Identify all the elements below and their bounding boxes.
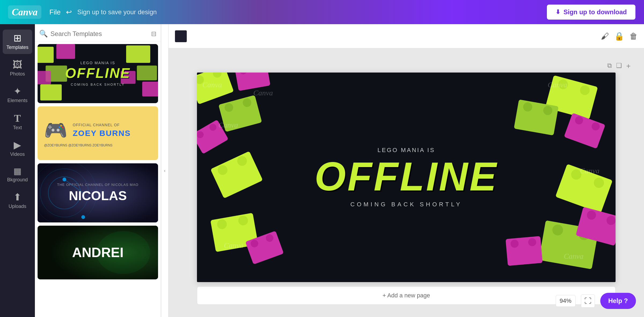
template-card-andrei[interactable]: ANDREI <box>38 226 158 279</box>
svg-rect-2 <box>126 45 150 63</box>
controller-icon: 🎮 <box>44 119 67 141</box>
canvas-frame-area: ⧉ ❑ + <box>177 62 636 305</box>
card2-title: ZOEY BURNS <box>73 129 131 138</box>
canvas-main-title: OFFLINE <box>314 156 498 197</box>
svg-rect-3 <box>137 66 157 80</box>
text-icon: T <box>14 113 21 123</box>
sidebar-item-background[interactable]: ▦ Bkground <box>3 163 32 186</box>
sidebar-item-videos[interactable]: ▶ Videos <box>3 136 32 161</box>
templates-scroll: LEGO MANIA IS OFFLINE COMING BACK SHORTL… <box>35 41 161 317</box>
sidebar-item-photos[interactable]: 🖼 Photos <box>3 56 32 81</box>
photos-icon: 🖼 <box>13 60 22 70</box>
templates-icon: ⊞ <box>13 33 21 43</box>
background-icon: ▦ <box>13 167 21 175</box>
template-card-zoey[interactable]: 🎮 OFFICIAL CHANNEL OF ZOEY BURNS @ZOEYBU… <box>38 106 158 160</box>
sidebar-item-text[interactable]: T Text <box>3 109 32 134</box>
sidebar-photos-label: Photos <box>10 71 25 77</box>
canvas-area: 🖌 🔒 🗑 ⧉ ❑ + <box>169 24 644 317</box>
topbar: Canva File ↩ Sign up to save your design… <box>0 0 644 24</box>
sidebar-uploads-label: Uploads <box>9 204 26 209</box>
sidebar-text-label: Text <box>13 125 22 131</box>
sidebar-item-templates[interactable]: ⊞ Templates <box>3 30 32 54</box>
signup-btn-label: Sign up to download <box>564 8 627 16</box>
signup-download-button[interactable]: ⬇ Sign up to download <box>546 4 636 20</box>
svg-rect-0 <box>38 47 54 63</box>
elements-icon: ✦ <box>13 87 21 96</box>
card1-title: OFFLINE <box>65 65 130 81</box>
file-menu-button[interactable]: File <box>49 8 61 16</box>
undo-button[interactable]: ↩ <box>66 8 72 16</box>
sidebar-item-elements[interactable]: ✦ Elements <box>3 83 32 107</box>
card4-title: ANDREI <box>72 245 124 260</box>
videos-icon: ▶ <box>14 140 21 150</box>
canvas-body-text: COMING BACK SHORTLY <box>314 201 498 208</box>
card3-title: NICOLAS <box>57 188 138 203</box>
svg-rect-55 <box>506 236 543 266</box>
filter-icon[interactable]: ⊟ <box>151 30 156 38</box>
card1-subtitle: LEGO MANIA IS <box>65 61 130 65</box>
trash-icon[interactable]: 🗑 <box>630 32 638 41</box>
sidebar-icons: ⊞ Templates 🖼 Photos ✦ Elements T Text ▶… <box>0 24 35 317</box>
card3-subtitle: THE OFFICIAL CHANNEL OF NICOLAS MAO <box>57 183 138 187</box>
download-icon: ⬇ <box>555 9 560 16</box>
design-canvas[interactable]: Canva Canva Canva Canva Canva Canva Canv… <box>197 73 616 282</box>
search-icon: 🔍 <box>39 30 48 38</box>
save-status-text: Sign up to save your design <box>77 8 546 16</box>
canvas-center-text: LEGO MANIA IS OFFLINE COMING BACK SHORTL… <box>314 147 498 208</box>
card1-body: COMING BACK SHORTLY <box>65 83 130 87</box>
search-bar: 🔍 ⊟ <box>35 24 161 41</box>
resize-icon-1[interactable]: ⧉ <box>607 62 612 70</box>
add-icon[interactable]: + <box>626 62 631 70</box>
color-swatch[interactable] <box>175 30 187 42</box>
collapse-icon: ‹ <box>164 168 166 174</box>
card2-subtitle: OFFICIAL CHANNEL OF <box>73 123 131 127</box>
collapse-handle[interactable]: ‹ <box>161 24 169 317</box>
canvas-toolbar-icons: 🖌 🔒 🗑 <box>601 31 638 41</box>
sidebar-elements-label: Elements <box>7 98 27 103</box>
canvas-resize-controls: ⧉ ❑ + <box>607 62 631 70</box>
duplicate-icon[interactable]: ❑ <box>616 62 622 70</box>
help-button[interactable]: Help ? <box>600 293 636 309</box>
template-card-lego-offline[interactable]: LEGO MANIA IS OFFLINE COMING BACK SHORTL… <box>38 44 158 103</box>
main-layout: ⊞ Templates 🖼 Photos ✦ Elements T Text ▶… <box>0 24 644 317</box>
uploads-icon: ⬆ <box>13 192 21 202</box>
svg-rect-4 <box>40 84 62 100</box>
canvas-toolbar: 🖌 🔒 🗑 <box>169 24 644 48</box>
templates-panel: 🔍 ⊟ <box>35 24 161 317</box>
paint-format-icon[interactable]: 🖌 <box>601 32 609 41</box>
svg-point-14 <box>81 215 85 219</box>
sidebar-videos-label: Videos <box>10 152 25 157</box>
canvas-subtitle: LEGO MANIA IS <box>314 147 498 154</box>
svg-rect-5 <box>56 44 75 59</box>
sidebar-background-label: Bkground <box>7 177 28 183</box>
zoom-level: 94% <box>556 295 576 307</box>
card2-social: @ZOEYBURNS @ZOEYBURNS ZOEYBURNS <box>44 143 152 147</box>
svg-rect-7 <box>142 82 158 96</box>
bottom-right-controls: 94% ⛶ Help ? <box>556 293 636 309</box>
sidebar-templates-label: Templates <box>6 45 28 50</box>
sidebar-item-uploads[interactable]: ⬆ Uploads <box>3 189 32 213</box>
lock-icon[interactable]: 🔒 <box>614 31 624 41</box>
template-card-nicolas[interactable]: THE OFFICIAL CHANNEL OF NICOLAS MAO NICO… <box>38 163 158 222</box>
search-input[interactable] <box>50 30 148 38</box>
add-page-button[interactable]: + Add a new page <box>197 286 616 305</box>
canva-logo: Canva <box>8 5 41 19</box>
expand-button[interactable]: ⛶ <box>581 294 595 308</box>
svg-rect-6 <box>38 71 51 84</box>
